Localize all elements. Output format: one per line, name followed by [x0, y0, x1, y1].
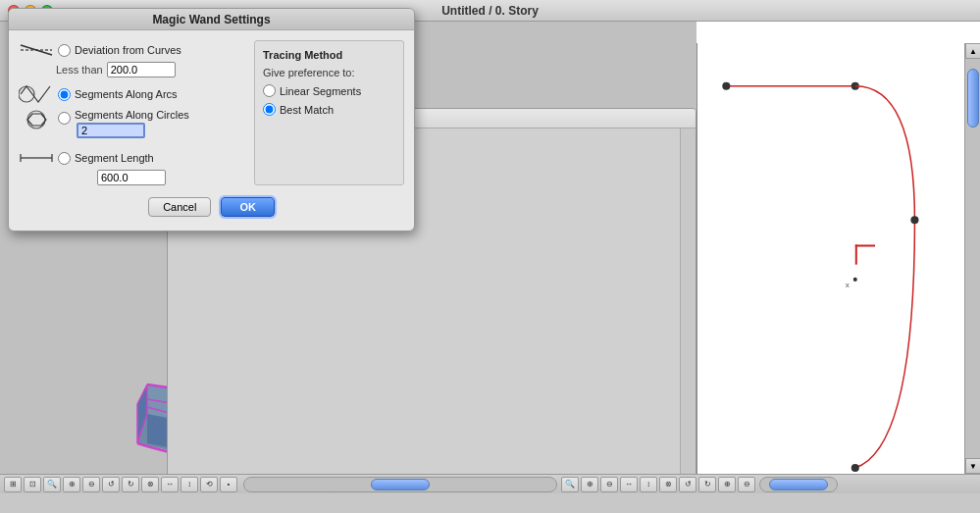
svg-point-7 [851, 464, 859, 472]
toolbar-btn-r5[interactable]: ↕ [640, 477, 657, 492]
toolbar-btn-dot[interactable]: ⊡ [24, 477, 41, 492]
cancel-button[interactable]: Cancel [148, 197, 211, 217]
toolbar-btn-r1[interactable]: 🔍 [561, 477, 579, 492]
less-than-label: Less than [56, 64, 103, 76]
cad-title: Untitled / 0. Story [441, 4, 539, 18]
dialog-buttons: Cancel OK [19, 197, 404, 221]
best-match-row: Best Match [263, 103, 395, 116]
toolbar-btn-dot2[interactable]: • [220, 477, 237, 492]
toolbar-btn-pan-left[interactable]: ↺ [102, 477, 120, 492]
scroll-thumb[interactable] [967, 69, 979, 128]
segments-arc-row: Segments Along Arcs [19, 83, 244, 105]
deviation-icon [19, 40, 54, 60]
scroll-thumb-h-right[interactable] [769, 479, 828, 490]
toolbar-btn-v[interactable]: ↕ [181, 477, 198, 492]
best-match-radio[interactable] [263, 103, 276, 116]
toolbar-btn-reset[interactable]: ⟲ [200, 477, 218, 492]
deviation-value-input[interactable] [107, 62, 176, 77]
right-scrollbar[interactable]: ▲ ▼ [964, 43, 980, 474]
segments-circle-group: Segments Along Circles [75, 109, 189, 138]
svg-point-10 [853, 278, 857, 282]
deviation-label: Deviation from Curves [75, 44, 181, 56]
length-icon [19, 148, 54, 168]
tracing-section: Tracing Method Give preference to: Linea… [254, 40, 404, 185]
toolbar-btn-r3[interactable]: ⊖ [600, 477, 618, 492]
segment-length-radio[interactable] [58, 152, 71, 165]
toolbar-btn-zoom-in[interactable]: ⊕ [63, 477, 80, 492]
segment-length-label: Segment Length [75, 152, 154, 164]
scroll-down-arrow[interactable]: ▼ [965, 458, 980, 474]
segments-circle-label: Segments Along Circles [75, 109, 189, 121]
bottom-scrollbar-right[interactable] [759, 477, 838, 492]
svg-marker-16 [27, 114, 46, 126]
linear-segments-label: Linear Segments [280, 85, 361, 97]
tracing-title: Tracing Method [263, 49, 395, 61]
segments-arc-label: Segments Along Arcs [75, 88, 178, 100]
toolbar-btn-r10[interactable]: ⊖ [738, 477, 755, 492]
scroll-thumb-h-left[interactable] [371, 479, 430, 490]
toolbar-btn-r4[interactable]: ↔ [620, 477, 638, 492]
segments-arc-radio[interactable] [58, 88, 71, 101]
bottom-toolbar: ⊞ ⊡ 🔍 ⊕ ⊖ ↺ ↻ ⊗ ↔ ↕ ⟲ • 🔍 ⊕ ⊖ ↔ ↕ [0, 474, 980, 493]
panel-scrollbar[interactable] [680, 128, 696, 492]
deviation-row: Deviation from Curves [19, 40, 244, 60]
segment-length-input[interactable] [97, 170, 166, 185]
arc-icon [19, 83, 54, 105]
toolbar-btn-r7[interactable]: ↺ [679, 477, 696, 492]
toolbar-btn-r2[interactable]: ⊕ [581, 477, 598, 492]
toolbar-left: ⊞ ⊡ 🔍 ⊕ ⊖ ↺ ↻ ⊗ ↔ ↕ ⟲ • [0, 477, 241, 492]
best-match-label: Best Match [280, 104, 334, 116]
toolbar-btn-r9[interactable]: ⊕ [718, 477, 736, 492]
scroll-up-arrow[interactable]: ▲ [965, 43, 980, 59]
toolbar-btn-h[interactable]: ↔ [161, 477, 179, 492]
toolbar-btn-grid[interactable]: ⊞ [4, 477, 22, 492]
ok-button[interactable]: OK [221, 197, 275, 217]
deviation-radio[interactable] [58, 44, 71, 57]
toolbar-btn-pan-right[interactable]: ↻ [122, 477, 139, 492]
view-right: x ▲ ▼ [696, 22, 980, 493]
toolbar-btn-r6[interactable]: ⊗ [659, 477, 677, 492]
toolbar-btn-zoom-fit[interactable]: 🔍 [43, 477, 61, 492]
dialog-left-section: Deviation from Curves Less than Segments… [19, 40, 244, 185]
toolbar-btn-rotate[interactable]: ⊗ [141, 477, 159, 492]
dialog-titlebar: Magic Wand Settings [9, 9, 414, 30]
less-than-row: Less than [56, 62, 244, 77]
toolbar-right-icons: 🔍 ⊕ ⊖ ↔ ↕ ⊗ ↺ ↻ ⊕ ⊖ [559, 477, 757, 492]
circle-icon [19, 109, 54, 130]
svg-rect-9 [855, 244, 857, 264]
panel-divider [696, 43, 697, 474]
segments-circle-row: Segments Along Circles [19, 109, 244, 138]
bottom-scrollbar-left[interactable] [243, 477, 557, 492]
svg-rect-8 [855, 244, 875, 246]
svg-point-4 [722, 82, 730, 90]
dialog-main-row: Deviation from Curves Less than Segments… [19, 40, 404, 185]
toolbar-btn-zoom-out[interactable]: ⊖ [82, 477, 100, 492]
dialog-body: Deviation from Curves Less than Segments… [9, 30, 414, 231]
tracing-subtitle: Give preference to: [263, 67, 395, 78]
linear-segments-radio[interactable] [263, 84, 276, 97]
magic-wand-dialog: Magic Wand Settings Deviation from Curve… [8, 8, 415, 231]
segment-length-input-row [97, 170, 244, 185]
linear-segments-row: Linear Segments [263, 84, 395, 97]
toolbar-btn-r8[interactable]: ↻ [698, 477, 716, 492]
svg-text:x: x [846, 281, 850, 289]
right-drawing: x [696, 22, 964, 493]
segments-circle-input[interactable] [77, 123, 145, 138]
segment-length-row: Segment Length [19, 148, 244, 168]
svg-point-6 [910, 216, 918, 224]
segments-circle-radio[interactable] [58, 112, 71, 125]
dialog-title: Magic Wand Settings [152, 13, 270, 26]
scroll-track[interactable] [965, 59, 980, 458]
